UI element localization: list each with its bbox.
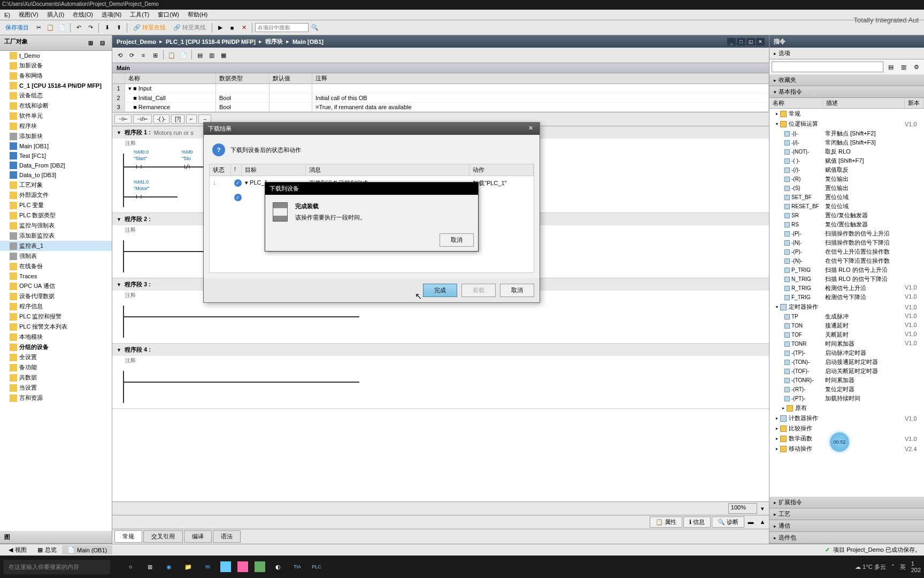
network-body[interactable] (112, 366, 769, 408)
minimize-icon[interactable]: _ (727, 38, 736, 45)
sort-icon[interactable]: ▥ (898, 62, 909, 72)
tree-item[interactable]: 备和网络 (0, 71, 112, 81)
et-icon[interactable]: ⟳ (126, 50, 137, 60)
breadcrumb-segment[interactable]: 程序块 (265, 37, 283, 45)
tree-item[interactable]: 加新设备 (0, 60, 112, 71)
tree-item[interactable]: 设备代理数据 (0, 291, 112, 301)
dialog-close-icon[interactable]: ✕ (526, 125, 535, 133)
contact-nc-icon[interactable]: ⊣/⊢ (133, 115, 152, 124)
app-icon[interactable] (220, 561, 231, 572)
bottom-tab[interactable]: 语法 (213, 530, 241, 543)
instruction-item[interactable]: TONR时间累加器V1.0 (769, 339, 924, 348)
float-icon[interactable]: ◱ (746, 38, 755, 45)
instruction-item[interactable]: SET_BF置位位域 (769, 193, 924, 202)
breadcrumb-segment[interactable]: PLC_1 [CPU 1518-4 PN/DP MFP] (166, 39, 256, 45)
redo-icon[interactable]: ↷ (85, 22, 96, 33)
mail-icon[interactable]: ✉ (201, 560, 214, 573)
section-pkg[interactable]: 选件包 (769, 532, 924, 544)
tree-item[interactable]: 监控与强制表 (0, 220, 112, 231)
tab-properties[interactable]: 📋 属性 (650, 516, 682, 528)
instruction-item[interactable]: -|N|-扫描操作数的信号下降沿 (769, 238, 924, 247)
stop-icon[interactable]: ■ (227, 22, 237, 33)
network-header[interactable]: 程序段 4 : (112, 344, 769, 356)
zoom-dropdown-icon[interactable]: ▾ (757, 503, 768, 514)
instruction-item[interactable]: P_TRIG扫描 RLO 的信号上升沿 (769, 265, 924, 275)
section-comm[interactable]: 通信 (769, 520, 924, 532)
menu-help[interactable]: 帮助(H) (183, 10, 212, 20)
network-comment[interactable]: 注释 (112, 356, 769, 366)
load-button[interactable]: 装载 (461, 284, 496, 297)
instruction-item[interactable]: -(R)复位输出 (769, 174, 924, 184)
start-icon[interactable]: ○ (124, 560, 137, 573)
tab-info[interactable]: ℹ 信息 (683, 516, 711, 528)
app-icon[interactable] (255, 561, 265, 572)
et-icon[interactable]: 📋 (166, 50, 177, 60)
tree-item[interactable]: Main [OB1] (0, 141, 112, 151)
instruction-item[interactable]: TON接通延时V1.0 (769, 321, 924, 330)
instruction-item[interactable]: RESET_BF复位位域 (769, 202, 924, 211)
section-options[interactable]: 选项 (769, 48, 924, 59)
go-offline[interactable]: 🔗 转至离线 (170, 22, 209, 33)
instruction-group[interactable]: ▾定时器操作V1.0 (769, 302, 924, 312)
instruction-item[interactable]: -(TOF)-启动关断延时定时器 (769, 367, 924, 376)
tray-ime-icon[interactable]: 英 (900, 563, 906, 571)
instruction-item[interactable]: -|P|-扫描操作数的信号上升沿 (769, 229, 924, 238)
menu-options[interactable]: 选项(N) (97, 10, 126, 20)
app-icon[interactable]: ◐ (272, 560, 284, 573)
instruction-item[interactable]: TP生成脉冲V1.0 (769, 312, 924, 321)
tree-item[interactable]: PLC 报警文本列表 (0, 322, 112, 332)
box-icon[interactable]: [?] (171, 115, 184, 124)
section-favorites[interactable]: 收藏夹 (769, 74, 924, 86)
loading-cancel-button[interactable]: 取消 (440, 233, 474, 247)
tia-icon[interactable]: TIA (291, 560, 304, 573)
opts-icon[interactable]: ⚙ (911, 62, 922, 72)
info-max-icon[interactable]: ▲ (757, 516, 768, 527)
tree-item[interactable]: Test [FC1] (0, 151, 112, 161)
bottom-tab[interactable]: 编译 (184, 530, 212, 543)
menu-view[interactable]: 视图(V) (14, 10, 43, 20)
variable-row[interactable]: 3 ■ RemanenceBool=True, if remanent data… (112, 103, 769, 112)
tree-item[interactable]: 共数据 (0, 372, 112, 383)
tree-item[interactable]: PLC 变量 (0, 200, 112, 210)
instruction-item[interactable]: -(RT)-复位定时器 (769, 385, 924, 394)
instruction-item[interactable]: N_TRIG扫描 RLO 的信号下降沿 (769, 275, 924, 284)
save-project[interactable]: 保存项目 (2, 22, 32, 33)
tab-diag[interactable]: 🔍 诊断 (712, 516, 744, 528)
et-icon[interactable]: ⊞ (150, 50, 160, 60)
tree-item[interactable]: 在线备份 (0, 261, 112, 271)
section-basic[interactable]: 基本指令 (769, 86, 924, 98)
plcsim-icon[interactable]: PLC (310, 560, 323, 573)
tree-item[interactable]: 言和资源 (0, 393, 112, 403)
taskview-icon[interactable]: ⊞ (143, 560, 156, 573)
breadcrumb-segment[interactable]: Main [OB1] (292, 39, 324, 45)
tree-item[interactable]: OPC UA 通信 (0, 281, 112, 291)
tree-item[interactable]: 程序块 (0, 121, 112, 131)
tree-item[interactable]: 软件单元 (0, 111, 112, 121)
menu-window[interactable]: 窗口(W) (153, 10, 183, 20)
network-body[interactable] (112, 300, 769, 343)
instructions-search[interactable] (772, 62, 883, 72)
menu-online[interactable]: 在线(O) (68, 10, 97, 20)
project-tree[interactable]: t_Demo加新设备备和网络C_1 [CPU 1518-4 PN/DP MFP]… (0, 51, 112, 531)
tree-item[interactable]: 备功能 (0, 362, 112, 372)
copy-icon[interactable]: 📋 (45, 22, 56, 33)
tree-item[interactable]: 设备组态 (0, 90, 112, 101)
instruction-item[interactable]: -(P)-在信号上升沿置位操作数 (769, 247, 924, 256)
instruction-item[interactable]: F_TRIG检测信号下降沿V1.0 (769, 293, 924, 302)
tree-item[interactable]: Data_to [DB3] (0, 170, 112, 180)
instruction-item[interactable]: SR置位/复位触发器 (769, 211, 924, 220)
et-icon[interactable]: ▤ (195, 50, 205, 60)
tree-item[interactable]: 强制表 (0, 251, 112, 261)
menu-file[interactable]: E) (0, 11, 14, 19)
tree-item[interactable]: 程序信息 (0, 301, 112, 311)
instruction-item[interactable]: -(TP)-启动脉冲定时器 (769, 348, 924, 358)
cut-icon[interactable]: ✂ (33, 22, 44, 33)
explorer-icon[interactable]: 📁 (182, 560, 195, 573)
instruction-item[interactable]: -(S)置位输出 (769, 184, 924, 193)
paste-icon[interactable]: 📄 (57, 22, 67, 33)
instruction-item[interactable]: -(TONR)-时间累加器 (769, 376, 924, 385)
tree-tool-icon[interactable]: ⊞ (85, 37, 96, 48)
tree-item[interactable]: PLC 监控和报警 (0, 311, 112, 322)
et-icon[interactable]: 📄 (178, 50, 189, 60)
tree-item[interactable]: 添加新监控表 (0, 231, 112, 241)
